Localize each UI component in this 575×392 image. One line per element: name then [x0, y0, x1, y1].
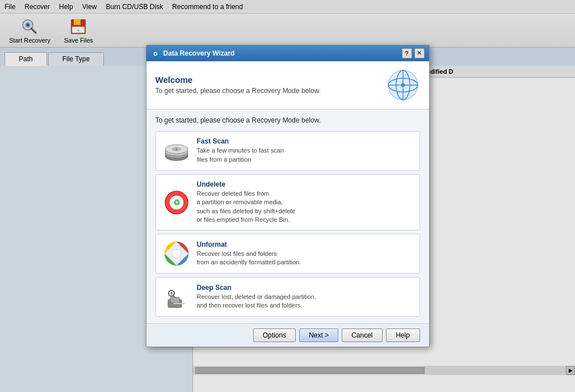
dialog-header-text: Welcome To get started, please choose a … — [156, 75, 386, 95]
dialog-instruction: To get started, please choose a Recovery… — [156, 116, 420, 124]
deep-scan-title: Deep Scan — [197, 284, 316, 292]
next-button[interactable]: Next > — [299, 328, 338, 342]
svg-rect-32 — [174, 303, 185, 304]
svg-point-21 — [175, 148, 178, 150]
unformat-icon — [163, 240, 190, 267]
dialog-body: To get started, please choose a Recovery… — [146, 109, 429, 324]
svg-point-31 — [170, 292, 173, 294]
deep-scan-desc: Recover lost, deleted or damaged partiti… — [197, 293, 316, 310]
help-button[interactable]: Help — [386, 328, 420, 342]
unformat-text: Unformat Recover lost files and foldersf… — [197, 241, 301, 267]
undelete-icon: ♻ — [163, 189, 190, 216]
unformat-option[interactable]: Unformat Recover lost files and foldersf… — [156, 234, 420, 273]
deep-scan-option[interactable]: Deep Scan Recover lost, deleted or damag… — [156, 277, 420, 317]
svg-text:♻: ♻ — [173, 198, 180, 207]
dialog-overlay: D Data Recovery Wizard ? ✕ Welcome To ge… — [0, 0, 575, 392]
undelete-text: Undelete Recover deleted files froma par… — [197, 180, 296, 225]
deep-scan-icon — [163, 283, 190, 310]
dialog-title: Data Recovery Wizard — [163, 49, 400, 57]
undelete-desc: Recover deleted files froma partition or… — [197, 189, 296, 225]
dialog-logo — [386, 68, 420, 102]
svg-rect-28 — [170, 297, 179, 303]
dialog-help-button[interactable]: ? — [402, 48, 412, 58]
fast-scan-title: Fast Scan — [197, 137, 284, 145]
dialog-app-icon: D — [151, 49, 160, 58]
dialog-footer: Options Next > Cancel Help — [146, 323, 429, 347]
recovery-options-list: Fast Scan Take a few minutes to fast sca… — [156, 131, 420, 317]
cancel-button[interactable]: Cancel — [342, 328, 382, 342]
deep-scan-text: Deep Scan Recover lost, deleted or damag… — [197, 284, 316, 310]
fast-scan-option[interactable]: Fast Scan Take a few minutes to fast sca… — [156, 131, 420, 171]
svg-text:D: D — [153, 51, 157, 57]
dialog-welcome-subtitle: To get started, please choose a Recovery… — [156, 87, 386, 95]
dialog-welcome-title: Welcome — [156, 75, 386, 85]
data-recovery-wizard-dialog: D Data Recovery Wizard ? ✕ Welcome To ge… — [146, 45, 430, 348]
options-button[interactable]: Options — [253, 328, 296, 342]
fast-scan-icon — [163, 137, 190, 165]
svg-point-26 — [172, 249, 181, 258]
unformat-title: Unformat — [197, 241, 301, 248]
undelete-title: Undelete — [197, 180, 296, 188]
dialog-close-button[interactable]: ✕ — [414, 48, 425, 58]
undelete-option[interactable]: ♻ Undelete Recover deleted files froma p… — [156, 174, 420, 231]
fast-scan-text: Fast Scan Take a few minutes to fast sca… — [197, 137, 284, 164]
dialog-titlebar: D Data Recovery Wizard ? ✕ — [146, 45, 429, 61]
dialog-header: Welcome To get started, please choose a … — [146, 61, 429, 109]
fast-scan-desc: Take a few minutes to fast scanfiles fro… — [197, 146, 284, 164]
unformat-desc: Recover lost files and foldersfrom an ac… — [197, 250, 301, 267]
